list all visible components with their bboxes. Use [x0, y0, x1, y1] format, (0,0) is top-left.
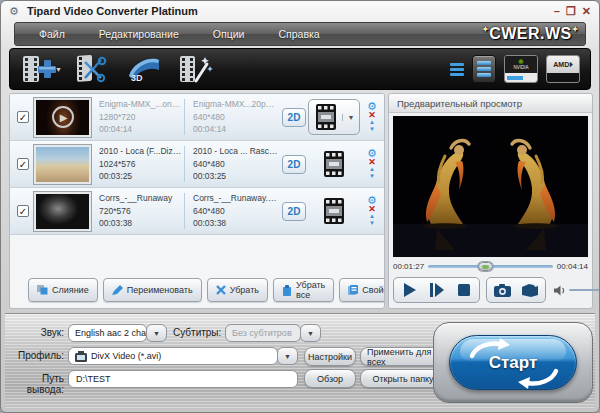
- row2-2d-button[interactable]: 2D: [282, 155, 306, 174]
- settings-button[interactable]: Настройки: [304, 347, 356, 366]
- row1-profile-button[interactable]: ▼: [308, 99, 360, 135]
- close-button[interactable]: ✕: [582, 4, 591, 18]
- step-forward-icon: [430, 283, 444, 297]
- rename-button[interactable]: Переименовать: [103, 278, 202, 302]
- window-title: Tipard Video Converter Platinum: [27, 5, 198, 17]
- volume-slider[interactable]: [569, 286, 600, 294]
- properties-icon: [348, 285, 358, 296]
- step-forward-button[interactable]: [424, 280, 449, 300]
- subtitles-label: Субтитры:: [173, 327, 221, 338]
- row2-checkbox[interactable]: ✓: [17, 158, 29, 170]
- camera-icon: [494, 284, 511, 297]
- properties-button[interactable]: Свойства: [339, 278, 385, 302]
- start-button-frame: Старт: [433, 322, 593, 403]
- stop-icon: [458, 284, 470, 296]
- output-settings-panel: Звук: English aac 2 channels ( ▼ Субтитр…: [5, 313, 595, 410]
- preview-video[interactable]: [393, 116, 588, 257]
- seek-slider[interactable]: [428, 262, 553, 271]
- thumbnail-view-button[interactable]: [472, 55, 496, 83]
- film-strip-icon[interactable]: [324, 151, 344, 177]
- row1-checkbox[interactable]: ✓: [17, 111, 29, 123]
- convert-arrows-icon: [450, 336, 578, 391]
- file-row-3[interactable]: ✓ Corrs_-__Runaway 720*576 00:03:38 Corr…: [10, 188, 384, 235]
- merge-button[interactable]: Слияние: [28, 278, 98, 302]
- row3-output-info: Corrs_-__Runaway.avi 640*480 00:03:38: [185, 192, 278, 230]
- file-row-1[interactable]: ✓ ▶ Enigma-MMX_...ong_720p501 1280*720 0…: [10, 94, 384, 141]
- clear-all-icon: [282, 285, 292, 296]
- output-path-field[interactable]: D:\TEST: [68, 370, 298, 388]
- list-view-icon[interactable]: [450, 63, 464, 76]
- remove-all-button[interactable]: Убрать все: [273, 278, 334, 302]
- edit-button[interactable]: [176, 52, 216, 86]
- audio-combo[interactable]: English aac 2 channels (: [68, 324, 147, 342]
- film-wand-icon: [179, 54, 213, 84]
- profile-label: Профиль:: [13, 350, 64, 361]
- 3d-button[interactable]: 3D: [124, 52, 164, 86]
- svg-text:3D: 3D: [131, 73, 143, 83]
- speaker-icon[interactable]: [554, 285, 566, 296]
- merge-icon: [37, 285, 48, 295]
- file-list-panel: ✓ ▶ Enigma-MMX_...ong_720p501 1280*720 0…: [9, 93, 385, 309]
- row1-thumbnail: ▶: [34, 98, 91, 137]
- menu-help[interactable]: Справка: [278, 28, 319, 40]
- subtitles-combo[interactable]: Без субтитров: [225, 324, 301, 342]
- minimize-button[interactable]: –: [554, 4, 560, 18]
- audio-label: Звук:: [13, 327, 64, 338]
- trim-button[interactable]: [72, 52, 112, 86]
- film-add-icon: [22, 54, 58, 84]
- list-button-bar: Слияние Переименовать Убрать Убрать все …: [16, 277, 378, 303]
- play-button[interactable]: [397, 280, 422, 300]
- output-path-label: Путь вывода:: [7, 373, 64, 395]
- start-button[interactable]: Старт: [449, 335, 577, 390]
- film-scissors-icon: [75, 54, 109, 84]
- row2-source-info: 2010 - Loca (F...Dizzee Rascal) 1024*576…: [91, 145, 184, 183]
- row1-reorder-icons[interactable]: ▲▼: [369, 119, 375, 133]
- add-file-button[interactable]: ▼: [20, 52, 60, 86]
- preview-title: Предварительный просмотр: [389, 94, 592, 113]
- remove-x-icon: [216, 285, 226, 295]
- play-overlay-icon[interactable]: ▶: [52, 106, 74, 128]
- browse-button[interactable]: Обзор: [304, 369, 356, 388]
- audio-dropdown-button[interactable]: ▼: [146, 324, 167, 342]
- menu-edit[interactable]: Редактирование: [99, 28, 179, 40]
- menu-bar: Файл Редактирование Опции Справка ✦CWER.…: [14, 22, 586, 46]
- profile-combo[interactable]: DivX Video (*.avi): [68, 347, 278, 365]
- main-toolbar: ▼ 3D: [9, 48, 591, 90]
- row3-source-info: Corrs_-__Runaway 720*576 00:03:38: [91, 192, 184, 230]
- open-snapshot-folder-button[interactable]: [517, 280, 542, 300]
- preview-panel: Предварительный просмотр: [388, 93, 593, 309]
- video-frame-dancers: [393, 116, 588, 257]
- row3-checkbox[interactable]: ✓: [17, 205, 29, 217]
- row2-reorder-icons[interactable]: ▲▼: [369, 166, 375, 180]
- snapshot-button[interactable]: [490, 280, 515, 300]
- row3-thumbnail: [34, 192, 91, 231]
- amd-app-badge[interactable]: AMD⏵: [546, 55, 580, 83]
- snapshot-folder-icon: [521, 284, 539, 297]
- current-time: 00:01:27: [393, 262, 424, 271]
- pencil-icon: [112, 285, 123, 295]
- capture-group: [486, 277, 546, 303]
- app-icon: ⚙: [9, 5, 21, 17]
- maximize-button[interactable]: ❒: [566, 4, 576, 18]
- menu-options[interactable]: Опции: [213, 28, 245, 40]
- file-row-2[interactable]: ✓ 2010 - Loca (F...Dizzee Rascal) 1024*5…: [10, 141, 384, 188]
- row1-2d-button[interactable]: 2D: [282, 108, 306, 127]
- total-time: 00:04:14: [557, 262, 588, 271]
- subtitles-dropdown-button[interactable]: ▼: [300, 324, 321, 342]
- film-strip-icon[interactable]: [324, 198, 344, 224]
- row3-reorder-icons[interactable]: ▲▼: [369, 213, 375, 227]
- add-file-dropdown-icon[interactable]: ▼: [55, 66, 62, 73]
- row2-output-info: 2010 - Loca ... Rascal).avi 640*480 00:0…: [185, 145, 278, 183]
- nvidia-cuda-badge[interactable]: ❋NVIDIA: [504, 55, 538, 83]
- stop-button[interactable]: [451, 280, 476, 300]
- title-bar: ⚙ Tipard Video Converter Platinum – ❒ ✕: [1, 1, 599, 20]
- row3-2d-button[interactable]: 2D: [282, 202, 306, 221]
- app-window: ⚙ Tipard Video Converter Platinum – ❒ ✕ …: [0, 0, 600, 413]
- remove-button[interactable]: Убрать: [207, 278, 268, 302]
- play-icon: [403, 283, 416, 297]
- 3d-icon: 3D: [125, 54, 163, 84]
- profile-dropdown-button[interactable]: ▼: [277, 347, 298, 365]
- menu-file[interactable]: Файл: [39, 28, 65, 40]
- row1-profile-dropdown-icon[interactable]: ▼: [342, 114, 359, 121]
- seek-thumb[interactable]: [478, 262, 493, 271]
